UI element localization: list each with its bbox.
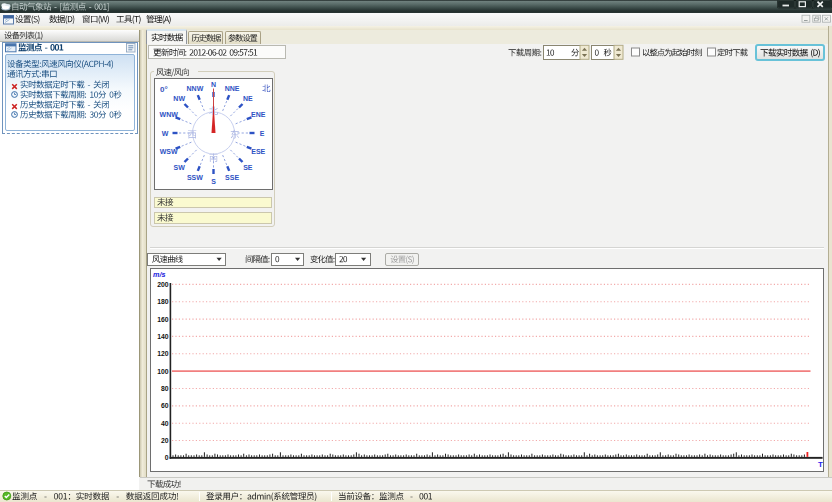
svg-text:100: 100 bbox=[157, 368, 169, 375]
svg-text:WNW: WNW bbox=[160, 111, 179, 118]
svg-text:S: S bbox=[211, 178, 216, 185]
svg-text:40: 40 bbox=[161, 420, 169, 427]
svg-text:ENE: ENE bbox=[251, 111, 266, 118]
svg-text:SE: SE bbox=[243, 164, 253, 171]
svg-text:0°: 0° bbox=[160, 85, 168, 94]
svg-text:SSW: SSW bbox=[187, 174, 203, 181]
svg-text:m/s: m/s bbox=[153, 270, 165, 279]
svg-text:NNE: NNE bbox=[225, 85, 240, 92]
svg-text:NE: NE bbox=[243, 95, 253, 102]
svg-text:NNW: NNW bbox=[187, 85, 204, 92]
svg-text:WSW: WSW bbox=[160, 148, 178, 155]
svg-text:160: 160 bbox=[157, 316, 169, 323]
svg-text:E: E bbox=[260, 130, 265, 137]
svg-text:W: W bbox=[162, 130, 169, 137]
svg-text:ESE: ESE bbox=[251, 148, 265, 155]
svg-text:SSE: SSE bbox=[225, 174, 239, 181]
svg-text:SW: SW bbox=[174, 164, 186, 171]
svg-text:20: 20 bbox=[161, 437, 169, 444]
svg-text:0: 0 bbox=[165, 454, 169, 461]
svg-text:140: 140 bbox=[157, 333, 169, 340]
svg-text:200: 200 bbox=[157, 281, 169, 288]
svg-text:120: 120 bbox=[157, 350, 169, 357]
svg-text:80: 80 bbox=[161, 385, 169, 392]
svg-text:T: T bbox=[818, 460, 823, 469]
svg-text:N: N bbox=[211, 81, 216, 88]
svg-text:60: 60 bbox=[161, 402, 169, 409]
svg-text:180: 180 bbox=[157, 298, 169, 305]
svg-text:NW: NW bbox=[173, 95, 185, 102]
